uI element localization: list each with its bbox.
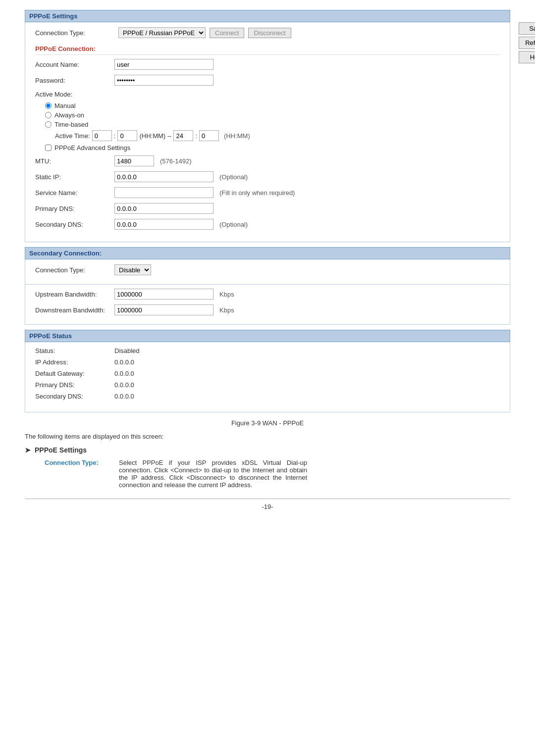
mtu-label: MTU:	[35, 157, 114, 165]
connection-type-select[interactable]: PPPoE / Russian PPPoE	[118, 27, 206, 38]
secondary-dns-label: Secondary DNS:	[35, 221, 114, 228]
radio-always-on[interactable]	[45, 112, 52, 118]
bandwidth-section: Upstream Bandwidth: Kbps Downstream Band…	[25, 285, 510, 325]
radio-always-on-label: Always-on	[54, 111, 84, 119]
secondary-conn-type-select[interactable]: Disable	[114, 264, 151, 275]
ip-address-label: IP Address:	[35, 358, 114, 366]
mtu-value: (576-1492)	[114, 155, 192, 166]
gateway-value: 0.0.0.0	[114, 370, 134, 377]
primary-dns-input[interactable]	[114, 203, 214, 214]
time-colon-2: :	[195, 132, 197, 140]
advanced-settings-label: PPPoE Advanced Settings	[54, 144, 130, 151]
password-label: Password:	[35, 77, 114, 84]
downstream-value: Kbps	[114, 304, 234, 315]
status-primary-dns-label: Primary DNS:	[35, 381, 114, 389]
mtu-hint: (576-1492)	[160, 157, 192, 165]
active-time-end-hint: (HH:MM)	[224, 132, 250, 140]
pppoe-settings-title: PPPoE Settings	[29, 12, 78, 20]
page-wrapper: PPPoE Settings Save Refresh Help Connect…	[25, 10, 510, 510]
sidebar-buttons: Save Refresh Help	[519, 22, 535, 63]
gateway-label: Default Gateway:	[35, 370, 114, 377]
status-label: Status:	[35, 347, 114, 354]
radio-manual-row: Manual	[45, 102, 500, 109]
static-ip-input[interactable]	[114, 171, 214, 182]
radio-manual[interactable]	[45, 102, 52, 109]
active-time-start-mm[interactable]	[117, 130, 137, 141]
connection-type-row: Connection Type: PPPoE / Russian PPPoE C…	[35, 27, 500, 38]
primary-dns-row: Primary DNS:	[35, 202, 500, 215]
advanced-settings-row: PPPoE Advanced Settings	[45, 144, 500, 151]
secondary-dns-input[interactable]	[114, 219, 214, 230]
password-input[interactable]	[114, 75, 214, 86]
secondary-dns-value: (Optional)	[114, 219, 248, 230]
active-time-end-hh[interactable]	[173, 130, 193, 141]
connection-type-label: Connection Type:	[35, 29, 114, 37]
status-value: Disabled	[114, 347, 140, 354]
primary-dns-label: Primary DNS:	[35, 205, 114, 212]
mtu-input[interactable]	[114, 155, 154, 166]
disconnect-button[interactable]: Disconnect	[248, 28, 291, 38]
arrow-title: PPPoE Settings	[35, 446, 87, 454]
primary-dns-value	[114, 203, 214, 214]
time-separator: (HH:MM) --	[139, 132, 171, 140]
save-button[interactable]: Save	[519, 22, 535, 35]
gateway-row: Default Gateway: 0.0.0.0	[35, 370, 500, 377]
pppoe-status-body: Status: Disabled IP Address: 0.0.0.0 Def…	[25, 342, 510, 412]
pppoe-status-header: PPPoE Status	[25, 330, 510, 342]
arrow-section-pppoe: ➤ PPPoE Settings Connection Type: Select…	[25, 446, 510, 489]
pppoe-status-title: PPPoE Status	[29, 332, 72, 340]
secondary-conn-type-label: Connection Type:	[35, 266, 114, 274]
body-intro: The following items are displayed on thi…	[25, 433, 510, 440]
advanced-settings-checkbox[interactable]	[45, 145, 52, 151]
active-time-end-mm[interactable]	[199, 130, 219, 141]
secondary-connection-section: Secondary Connection: Connection Type: D…	[25, 247, 510, 285]
active-mode-label: Active Mode:	[35, 91, 114, 98]
help-button[interactable]: Help	[519, 51, 535, 63]
main-panel: PPPoE Settings Save Refresh Help Connect…	[25, 10, 510, 412]
pppoe-settings-header: PPPoE Settings	[25, 10, 510, 22]
status-secondary-dns-label: Secondary DNS:	[35, 393, 114, 400]
radio-manual-label: Manual	[54, 102, 76, 109]
secondary-dns-hint: (Optional)	[219, 221, 248, 228]
upstream-value: Kbps	[114, 289, 234, 300]
upstream-unit: Kbps	[219, 291, 234, 298]
downstream-label: Downstream Bandwidth:	[35, 306, 114, 314]
static-ip-value: (Optional)	[114, 171, 248, 182]
account-name-input[interactable]	[114, 59, 214, 70]
service-name-value: (Fill in only when required)	[114, 187, 295, 198]
service-name-label: Service Name:	[35, 189, 114, 197]
upstream-input[interactable]	[114, 289, 214, 300]
conn-type-description-block: Connection Type: Select PPPoE if your IS…	[45, 459, 510, 489]
connect-button[interactable]: Connect	[210, 28, 244, 38]
pppoe-settings-body: Save Refresh Help Connection Type: PPPoE…	[25, 22, 510, 242]
active-mode-row: Active Mode:	[35, 90, 500, 99]
status-primary-dns-row: Primary DNS: 0.0.0.0	[35, 381, 500, 389]
upstream-row: Upstream Bandwidth: Kbps	[35, 288, 500, 301]
ip-address-row: IP Address: 0.0.0.0	[35, 358, 500, 366]
secondary-dns-row: Secondary DNS: (Optional)	[35, 218, 500, 231]
pppoe-connection-header: PPPoE Connection:	[35, 42, 500, 55]
secondary-connection-header: Secondary Connection:	[25, 247, 510, 259]
service-name-row: Service Name: (Fill in only when require…	[35, 186, 500, 199]
figure-caption: Figure 3-9 WAN - PPPoE	[25, 419, 510, 427]
radio-time-based[interactable]	[45, 121, 52, 128]
account-name-label: Account Name:	[35, 61, 114, 68]
secondary-connection-body: Connection Type: Disable	[25, 259, 510, 285]
account-name-value	[114, 59, 214, 70]
arrow-header: ➤ PPPoE Settings	[25, 446, 510, 454]
static-ip-row: Static IP: (Optional)	[35, 170, 500, 183]
password-row: Password:	[35, 74, 500, 87]
radio-time-based-row: Time-based	[45, 121, 500, 128]
mtu-row: MTU: (576-1492)	[35, 154, 500, 167]
radio-always-on-row: Always-on	[45, 111, 500, 119]
downstream-input[interactable]	[114, 304, 214, 315]
arrow-symbol: ➤	[25, 446, 31, 454]
secondary-conn-type-row: Connection Type: Disable	[35, 263, 500, 276]
password-value	[114, 75, 214, 86]
account-name-row: Account Name:	[35, 58, 500, 71]
active-time-start-hh[interactable]	[92, 130, 112, 141]
conn-type-desc-label: Connection Type:	[45, 459, 109, 489]
refresh-button[interactable]: Refresh	[519, 37, 535, 49]
conn-type-desc-text: Select PPPoE if your ISP provides xDSL V…	[119, 459, 307, 489]
service-name-input[interactable]	[114, 187, 214, 198]
